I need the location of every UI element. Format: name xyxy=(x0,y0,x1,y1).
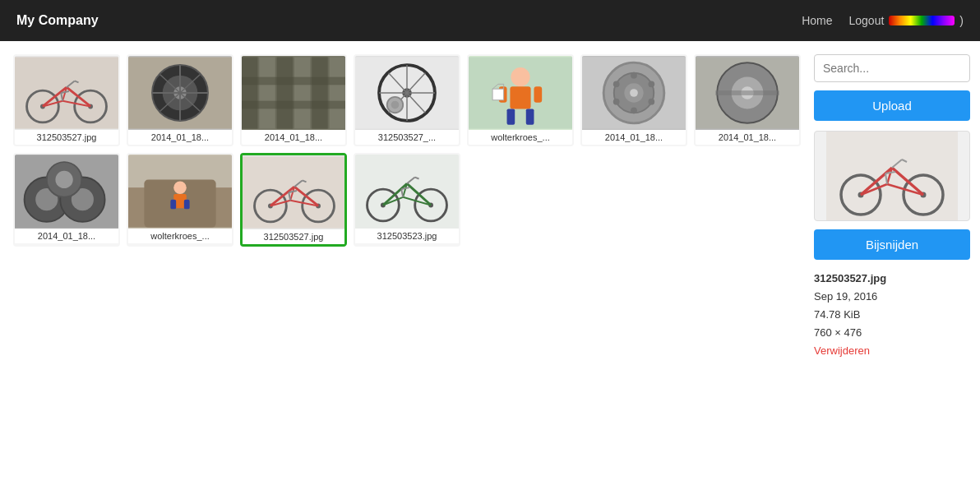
gallery-item-label: 2014_01_18... xyxy=(242,130,345,145)
svg-point-63 xyxy=(648,81,654,87)
svg-point-45 xyxy=(511,67,529,86)
svg-rect-47 xyxy=(507,109,515,124)
gallery-item[interactable]: 2014_01_18... xyxy=(694,54,801,146)
svg-rect-23 xyxy=(242,57,257,128)
svg-point-59 xyxy=(630,89,638,97)
image-preview xyxy=(814,131,970,221)
header-navigation: Home Logout ) xyxy=(802,14,964,27)
logout-section: Logout ) xyxy=(849,14,964,27)
svg-point-62 xyxy=(613,81,620,87)
svg-point-43 xyxy=(391,101,400,109)
gallery-item[interactable]: 2014_01_18... xyxy=(240,54,347,146)
thumbnail xyxy=(242,56,345,130)
gallery-item-label: wolterkroes_... xyxy=(128,229,232,243)
gallery-item-label: 2014_01_18... xyxy=(696,130,799,145)
thumbnail xyxy=(355,155,459,229)
search-input[interactable] xyxy=(814,54,970,82)
gallery-item-label: wolterkroes_... xyxy=(469,130,572,145)
app-title: My Company xyxy=(16,13,99,28)
svg-rect-83 xyxy=(170,200,176,210)
svg-rect-26 xyxy=(294,57,310,128)
svg-rect-28 xyxy=(330,57,345,128)
svg-rect-27 xyxy=(312,57,327,128)
gallery-item[interactable]: 312503527.jpg xyxy=(13,54,120,146)
svg-rect-51 xyxy=(492,89,504,100)
thumbnail xyxy=(696,56,799,130)
file-name: 312503527.jpg xyxy=(814,270,970,288)
gallery-item-label: 2014_01_18... xyxy=(582,130,686,145)
svg-rect-48 xyxy=(526,109,534,124)
gallery-item[interactable]: wolterkroes_... xyxy=(467,54,574,146)
svg-rect-25 xyxy=(277,57,293,128)
gallery-item[interactable]: 312503523.jpg xyxy=(354,153,460,247)
gallery-section: 312503527.jpg xyxy=(13,54,801,360)
color-bar-icon xyxy=(889,16,955,25)
svg-point-65 xyxy=(648,99,654,105)
svg-point-60 xyxy=(631,72,637,79)
gallery-grid: 312503527.jpg xyxy=(13,54,801,247)
gallery-item-selected[interactable]: 312503527.jpg xyxy=(240,153,347,247)
svg-rect-30 xyxy=(242,101,345,109)
logout-label[interactable]: Logout xyxy=(849,14,885,27)
thumbnail xyxy=(355,56,459,130)
svg-point-64 xyxy=(613,99,620,105)
svg-rect-84 xyxy=(184,200,190,210)
file-dimensions: 760 × 476 xyxy=(814,324,970,342)
thumbnail xyxy=(582,56,686,130)
delete-link[interactable]: Verwijderen xyxy=(814,344,870,357)
thumbnail xyxy=(15,155,118,229)
thumbnail xyxy=(128,155,232,229)
sidebar: Upload Bijsnijden 312503527 xyxy=(814,54,970,360)
upload-button[interactable]: Upload xyxy=(814,90,970,121)
gallery-item[interactable]: wolterkroes_... xyxy=(127,153,233,247)
svg-rect-46 xyxy=(510,86,530,109)
thumbnail xyxy=(469,56,572,130)
svg-point-77 xyxy=(55,171,72,188)
thumbnail xyxy=(128,56,232,130)
svg-rect-70 xyxy=(715,90,779,95)
gallery-item[interactable]: 312503527_... xyxy=(354,54,460,146)
thumbnail xyxy=(243,155,346,229)
main-content: 312503527.jpg xyxy=(0,41,980,373)
svg-point-61 xyxy=(631,107,637,113)
thumbnail xyxy=(15,56,118,130)
gallery-item-label: 312503527.jpg xyxy=(15,130,118,145)
svg-rect-24 xyxy=(259,57,275,128)
gallery-item-label: 312503523.jpg xyxy=(355,229,459,243)
gallery-item[interactable]: 2014_01_18... xyxy=(13,153,120,247)
file-date: Sep 19, 2016 xyxy=(814,288,970,306)
app-header: My Company Home Logout ) xyxy=(0,0,980,41)
home-link[interactable]: Home xyxy=(802,14,832,27)
svg-rect-29 xyxy=(242,77,345,85)
gallery-item-label: 2014_01_18... xyxy=(128,130,232,145)
gallery-item[interactable]: 2014_01_18... xyxy=(127,54,233,146)
logout-paren: ) xyxy=(959,14,964,27)
gallery-item[interactable]: 2014_01_18... xyxy=(580,54,687,146)
file-size: 74.78 KiB xyxy=(814,306,970,324)
crop-button[interactable]: Bijsnijden xyxy=(814,229,970,260)
file-info: 312503527.jpg Sep 19, 2016 74.78 KiB 760… xyxy=(814,270,970,360)
svg-rect-50 xyxy=(534,86,542,102)
svg-point-81 xyxy=(173,181,187,194)
gallery-item-label: 312503527.jpg xyxy=(243,229,344,244)
gallery-item-label: 312503527_... xyxy=(355,130,459,145)
gallery-item-label: 2014_01_18... xyxy=(15,229,118,243)
